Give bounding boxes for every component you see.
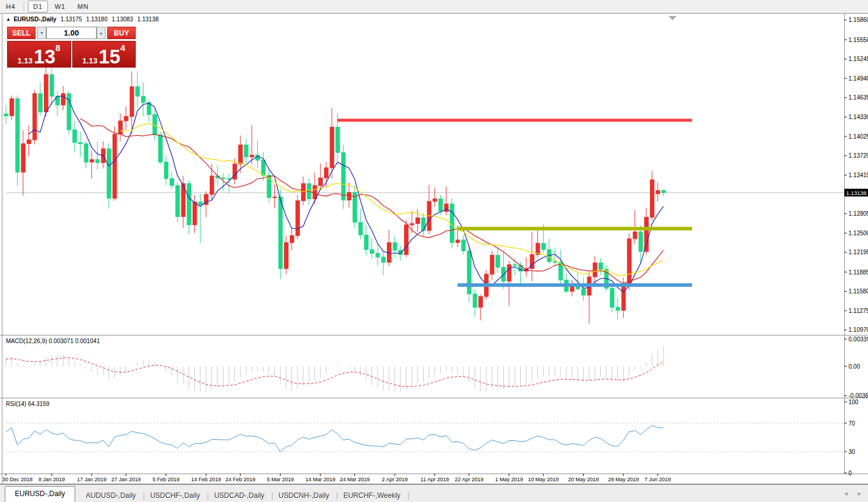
svg-text:20 May 2019: 20 May 2019 (568, 477, 599, 482)
svg-text:1.12195: 1.12195 (848, 249, 868, 255)
quote-close: 1.13138 (137, 16, 159, 23)
svg-text:8 Jan 2019: 8 Jan 2019 (39, 477, 65, 482)
svg-text:2 Apr 2019: 2 Apr 2019 (382, 477, 408, 482)
symbol-tab-bar: EURUSD-,Daily AUDUSD-,Daily USDCHF-,Dail… (0, 484, 868, 502)
svg-text:0: 0 (848, 470, 852, 477)
svg-text:22 Apr 2019: 22 Apr 2019 (454, 477, 483, 482)
quote-high: 1.13180 (86, 16, 107, 23)
svg-text:100: 100 (848, 399, 859, 405)
svg-text:17 Jan 2019: 17 Jan 2019 (77, 477, 107, 482)
svg-text:0.00: 0.00 (848, 363, 860, 370)
svg-text:24 Feb 2019: 24 Feb 2019 (225, 477, 255, 482)
ask-prefix: 1.13 (82, 56, 97, 65)
tab-audusd-daily[interactable]: AUDUSD-,Daily (79, 489, 143, 502)
svg-text:11 Apr 2019: 11 Apr 2019 (421, 477, 449, 482)
svg-text:14 Feb 2019: 14 Feb 2019 (191, 477, 221, 482)
svg-text:1.14025: 1.14025 (848, 133, 868, 140)
svg-text:1.13720: 1.13720 (848, 152, 868, 159)
chart-canvas[interactable]: 1.158601.155501.152451.149401.146351.143… (0, 0, 868, 502)
one-click-trading-panel: SELL ▼ 1.00 ▲ BUY 1.13 13 8 1.13 15 4 (7, 27, 136, 68)
svg-text:1 May 2019: 1 May 2019 (495, 477, 523, 482)
tab-scroll-left-icon[interactable]: ◄ (841, 490, 851, 498)
svg-text:1.15550: 1.15550 (848, 37, 868, 43)
svg-text:27 Jan 2019: 27 Jan 2019 (111, 477, 141, 482)
svg-text:1.10970: 1.10970 (848, 327, 868, 333)
svg-text:1.13138: 1.13138 (846, 190, 866, 196)
svg-text:24 Mar 2019: 24 Mar 2019 (339, 477, 370, 482)
lot-increase-icon[interactable]: ▲ (97, 27, 105, 39)
quote-low: 1.13083 (111, 16, 133, 23)
rsi-indicator-label: RSI(14) 64.3159 (6, 401, 49, 407)
svg-text:1.12805: 1.12805 (848, 210, 868, 217)
svg-text:1.13415: 1.13415 (848, 172, 868, 178)
tab-eurusd-daily[interactable]: EURUSD-,Daily (5, 486, 75, 502)
bid-pips: 13 (34, 48, 56, 65)
svg-text:7 Jun 2019: 7 Jun 2019 (645, 477, 671, 482)
buy-button[interactable]: BUY (107, 27, 136, 39)
svg-text:1.11885: 1.11885 (848, 269, 868, 276)
svg-text:1.11275: 1.11275 (848, 308, 868, 314)
tab-scroll-right-icon[interactable]: ► (854, 490, 864, 498)
svg-text:1.11580: 1.11580 (848, 288, 868, 295)
tab-eurchf-weekly[interactable]: EURCHF-,Weekly (336, 489, 407, 502)
svg-text:1.14635: 1.14635 (848, 94, 868, 101)
scroll-to-end-marker-icon[interactable] (668, 16, 677, 20)
bid-price-display[interactable]: 1.13 13 8 (7, 41, 71, 68)
svg-text:1.14330: 1.14330 (848, 114, 868, 120)
trading-terminal-window: H4 D1 W1 MN 1.158601.155501.152451.14940… (0, 0, 868, 502)
lot-size-input[interactable]: 1.00 (46, 27, 97, 39)
ask-pips: 15 (98, 48, 120, 65)
svg-text:0.003392: 0.003392 (848, 336, 868, 343)
chart-header: ▲ EURUSD-,Daily 1.13175 1.13180 1.13083 … (6, 16, 159, 23)
bid-prefix: 1.13 (18, 56, 33, 65)
svg-text:70: 70 (848, 420, 856, 427)
svg-text:30: 30 (848, 449, 856, 455)
svg-text:1.15245: 1.15245 (848, 56, 868, 62)
svg-text:30 Dec 2018: 30 Dec 2018 (2, 477, 33, 482)
ask-price-display[interactable]: 1.13 15 4 (72, 41, 136, 68)
macd-indicator-label: MACD(12,26,9) 0.003071 0.001041 (6, 338, 100, 344)
svg-text:14 Mar 2019: 14 Mar 2019 (305, 477, 335, 482)
svg-text:1.12500: 1.12500 (848, 230, 868, 236)
collapse-panel-icon[interactable]: ▲ (6, 17, 11, 23)
svg-text:10 May 2019: 10 May 2019 (528, 477, 559, 482)
tab-usdcnh-daily[interactable]: USDCNH-,Daily (271, 489, 336, 502)
ask-point: 4 (120, 44, 125, 52)
svg-text:5 Feb 2019: 5 Feb 2019 (152, 477, 180, 482)
svg-text:1.14940: 1.14940 (848, 75, 868, 82)
sell-button[interactable]: SELL (7, 27, 36, 39)
quote-open: 1.13175 (60, 16, 82, 23)
tab-usdchf-daily[interactable]: USDCHF-,Daily (143, 489, 207, 502)
lot-decrease-icon[interactable]: ▼ (37, 27, 46, 39)
svg-text:5 Mar 2019: 5 Mar 2019 (267, 477, 294, 482)
bid-point: 8 (56, 44, 60, 52)
chart-symbol-title: EURUSD-,Daily (14, 16, 56, 23)
svg-text:29 May 2019: 29 May 2019 (608, 477, 639, 482)
svg-text:1.15860: 1.15860 (848, 17, 868, 23)
tab-usdcad-daily[interactable]: USDCAD-,Daily (207, 489, 271, 502)
